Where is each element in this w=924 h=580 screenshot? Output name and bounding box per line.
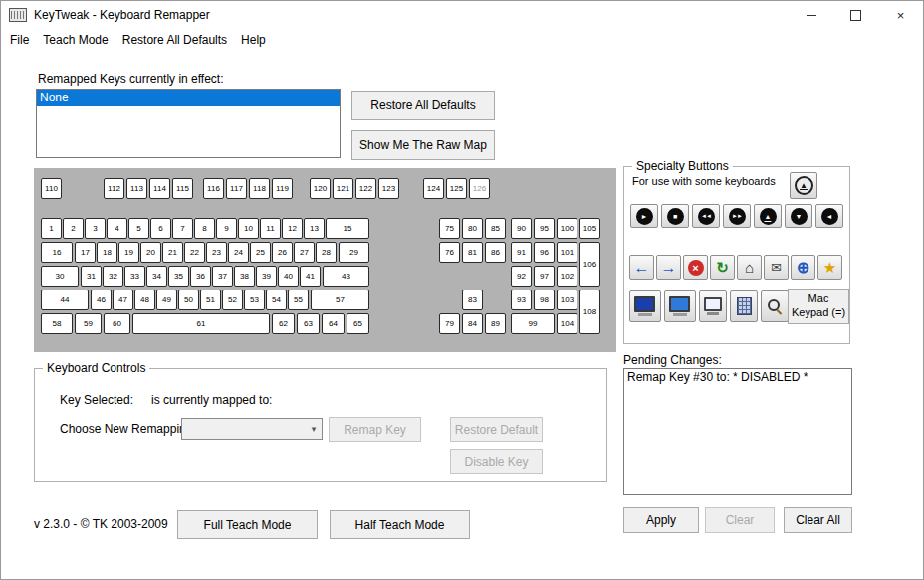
key-27[interactable]: 27 bbox=[294, 242, 315, 263]
key-23[interactable]: 23 bbox=[206, 242, 227, 263]
key-112[interactable]: 112 bbox=[104, 178, 124, 199]
key-15[interactable]: 15 bbox=[326, 218, 369, 239]
key-103[interactable]: 103 bbox=[557, 290, 578, 310]
key-22[interactable]: 22 bbox=[184, 242, 205, 263]
key-5[interactable]: 5 bbox=[128, 218, 149, 239]
key-50[interactable]: 50 bbox=[178, 290, 199, 310]
key-30[interactable]: 30 bbox=[41, 266, 79, 287]
key-97[interactable]: 97 bbox=[534, 266, 555, 287]
key-43[interactable]: 43 bbox=[323, 266, 369, 287]
mute-button[interactable]: ◄ bbox=[815, 204, 843, 228]
eject-button-top[interactable]: ▲ bbox=[790, 172, 817, 199]
key-21[interactable]: 21 bbox=[162, 242, 183, 263]
mac-keypad-button[interactable]: Mac Keypad (=) bbox=[788, 289, 849, 324]
key-121[interactable]: 121 bbox=[333, 178, 353, 199]
key-116[interactable]: 116 bbox=[203, 178, 224, 199]
key-54[interactable]: 54 bbox=[266, 290, 287, 310]
key-39[interactable]: 39 bbox=[256, 266, 277, 287]
key-119[interactable]: 119 bbox=[272, 178, 293, 199]
key-85[interactable]: 85 bbox=[485, 218, 506, 239]
key-84[interactable]: 84 bbox=[462, 313, 483, 334]
display-button[interactable] bbox=[699, 290, 727, 322]
my-computer-1-button[interactable] bbox=[629, 290, 661, 322]
key-90[interactable]: 90 bbox=[511, 218, 532, 239]
key-63[interactable]: 63 bbox=[297, 313, 320, 334]
menu-teach-mode[interactable]: Teach Mode bbox=[36, 31, 115, 49]
key-104[interactable]: 104 bbox=[557, 313, 578, 334]
key-118[interactable]: 118 bbox=[249, 178, 270, 199]
remapping-combobox[interactable]: ▾ bbox=[181, 418, 323, 440]
key-1[interactable]: 1 bbox=[41, 218, 62, 239]
key-64[interactable]: 64 bbox=[322, 313, 345, 334]
key-53[interactable]: 53 bbox=[244, 290, 265, 310]
key-61[interactable]: 61 bbox=[132, 313, 270, 334]
menu-help[interactable]: Help bbox=[234, 31, 273, 49]
key-9[interactable]: 9 bbox=[216, 218, 237, 239]
key-113[interactable]: 113 bbox=[126, 178, 147, 199]
key-36[interactable]: 36 bbox=[190, 266, 211, 287]
favorites-button[interactable]: ★ bbox=[817, 255, 842, 280]
key-122[interactable]: 122 bbox=[355, 178, 376, 199]
key-25[interactable]: 25 bbox=[250, 242, 271, 263]
key-49[interactable]: 49 bbox=[156, 290, 177, 310]
forward-button[interactable]: → bbox=[656, 255, 681, 280]
key-105[interactable]: 105 bbox=[579, 218, 600, 239]
key-80[interactable]: 80 bbox=[462, 218, 483, 239]
key-4[interactable]: 4 bbox=[107, 218, 127, 239]
eject-button[interactable]: ▲ bbox=[754, 204, 782, 228]
search-button[interactable] bbox=[761, 290, 789, 322]
key-96[interactable]: 96 bbox=[534, 242, 555, 263]
key-6[interactable]: 6 bbox=[150, 218, 171, 239]
my-computer-2-button[interactable] bbox=[664, 290, 696, 322]
key-65[interactable]: 65 bbox=[346, 313, 369, 334]
pending-change-item[interactable]: Remap Key #30 to: * DISABLED * bbox=[624, 369, 851, 386]
key-28[interactable]: 28 bbox=[316, 242, 337, 263]
key-60[interactable]: 60 bbox=[104, 313, 130, 334]
full-teach-mode-button[interactable]: Full Teach Mode bbox=[177, 510, 318, 539]
key-83[interactable]: 83 bbox=[462, 290, 483, 310]
key-59[interactable]: 59 bbox=[75, 313, 102, 334]
key-55[interactable]: 55 bbox=[288, 290, 309, 310]
key-115[interactable]: 115 bbox=[172, 178, 193, 199]
key-32[interactable]: 32 bbox=[103, 266, 123, 287]
key-2[interactable]: 2 bbox=[63, 218, 84, 239]
key-110[interactable]: 110 bbox=[41, 178, 62, 199]
key-37[interactable]: 37 bbox=[212, 266, 233, 287]
key-75[interactable]: 75 bbox=[439, 218, 460, 239]
volume-down-button[interactable]: ▼ bbox=[785, 204, 812, 228]
key-62[interactable]: 62 bbox=[272, 313, 295, 334]
calculator-button[interactable] bbox=[730, 290, 758, 322]
remapped-key-item[interactable]: None bbox=[37, 90, 340, 106]
clear-all-button[interactable]: Clear All bbox=[784, 507, 852, 533]
show-raw-map-button[interactable]: Show Me The Raw Map bbox=[351, 130, 495, 160]
pending-changes-list[interactable]: Remap Key #30 to: * DISABLED * bbox=[623, 368, 852, 495]
key-117[interactable]: 117 bbox=[226, 178, 247, 199]
key-102[interactable]: 102 bbox=[557, 266, 578, 287]
refresh-button[interactable]: ↻ bbox=[710, 255, 735, 280]
key-19[interactable]: 19 bbox=[118, 242, 139, 263]
key-81[interactable]: 81 bbox=[462, 242, 483, 263]
mail-button[interactable]: ✉ bbox=[764, 255, 789, 280]
remap-key-button[interactable]: Remap Key bbox=[329, 417, 421, 442]
key-120[interactable]: 120 bbox=[310, 178, 331, 199]
key-51[interactable]: 51 bbox=[200, 290, 221, 310]
play-button[interactable]: ► bbox=[630, 204, 658, 228]
stop-loading-button[interactable]: × bbox=[683, 255, 708, 280]
minimize-button[interactable] bbox=[789, 1, 833, 29]
key-41[interactable]: 41 bbox=[300, 266, 321, 287]
close-button[interactable]: × bbox=[878, 1, 923, 29]
key-29[interactable]: 29 bbox=[339, 242, 369, 263]
key-106[interactable]: 106 bbox=[579, 242, 600, 287]
key-20[interactable]: 20 bbox=[140, 242, 161, 263]
key-8[interactable]: 8 bbox=[194, 218, 215, 239]
key-46[interactable]: 46 bbox=[91, 290, 112, 310]
key-91[interactable]: 91 bbox=[511, 242, 532, 263]
remapped-keys-list[interactable]: None bbox=[36, 89, 341, 158]
key-57[interactable]: 57 bbox=[311, 290, 369, 310]
key-58[interactable]: 58 bbox=[41, 313, 73, 334]
maximize-button[interactable] bbox=[833, 1, 878, 29]
key-13[interactable]: 13 bbox=[304, 218, 325, 239]
key-125[interactable]: 125 bbox=[446, 178, 467, 199]
key-89[interactable]: 89 bbox=[485, 313, 506, 334]
key-18[interactable]: 18 bbox=[97, 242, 117, 263]
